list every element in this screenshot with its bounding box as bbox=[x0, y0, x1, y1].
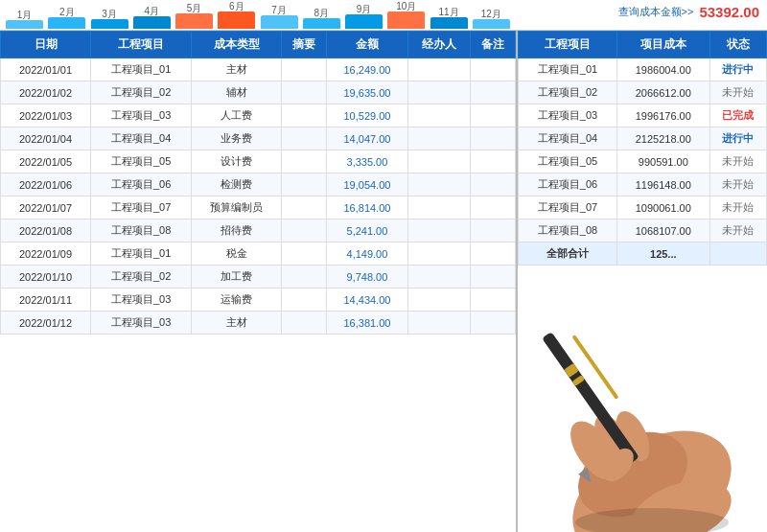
left-cell-0: 2022/01/10 bbox=[1, 266, 91, 289]
right-table-row[interactable]: 工程项目_081068107.00未开始 bbox=[519, 220, 767, 243]
left-cell-3 bbox=[282, 289, 327, 312]
right-table-row[interactable]: 工程项目_031996176.00已完成 bbox=[519, 104, 767, 127]
left-table-row[interactable]: 2022/01/07工程项目_07预算编制员16,814.00 bbox=[1, 197, 516, 220]
right-cell-cost: 1090061.00 bbox=[616, 197, 709, 220]
left-table-row[interactable]: 2022/01/09工程项目_01税金4,149.00 bbox=[1, 243, 516, 266]
left-cell-3 bbox=[282, 173, 327, 197]
left-cell-5 bbox=[407, 81, 470, 104]
left-cell-0: 2022/01/03 bbox=[1, 104, 91, 127]
left-cell-6 bbox=[470, 197, 515, 220]
month-label-8: 8月 bbox=[314, 9, 330, 18]
left-cell-2: 加工费 bbox=[192, 266, 282, 289]
left-cell-5 bbox=[407, 312, 470, 335]
left-cell-4: 16,249.00 bbox=[327, 58, 408, 81]
left-cell-0: 2022/01/12 bbox=[1, 312, 91, 335]
left-cell-5 bbox=[407, 266, 470, 289]
left-cell-2: 检测费 bbox=[192, 173, 282, 197]
right-col-project: 工程项目 bbox=[519, 32, 617, 58]
status-badge: 进行中 bbox=[709, 58, 766, 81]
month-label-1: 1月 bbox=[17, 11, 33, 20]
month-bar-col-9: 9月 bbox=[343, 2, 384, 29]
left-cell-2: 辅材 bbox=[192, 81, 282, 104]
left-cell-2: 主材 bbox=[192, 312, 282, 335]
month-bar-rect-6 bbox=[218, 12, 255, 29]
right-cell-project: 工程项目_08 bbox=[519, 220, 617, 243]
month-bar-rect-12 bbox=[473, 19, 510, 29]
left-table-row[interactable]: 2022/01/03工程项目_03人工费10,529.00 bbox=[1, 104, 516, 127]
month-bar-col-8: 8月 bbox=[301, 2, 342, 29]
right-table-row[interactable]: 工程项目_071090061.00未开始 bbox=[519, 197, 767, 220]
right-table-row[interactable]: 工程项目_011986004.00进行中 bbox=[519, 58, 767, 81]
right-table-row[interactable]: 工程项目_05990591.00未开始 bbox=[519, 150, 767, 173]
right-table-row[interactable]: 工程项目_061196148.00未开始 bbox=[519, 173, 767, 197]
left-cell-6 bbox=[470, 266, 515, 289]
right-cell-cost: 990591.00 bbox=[616, 150, 709, 173]
left-cell-2: 税金 bbox=[192, 243, 282, 266]
col-remark: 备注 bbox=[470, 32, 515, 58]
left-cell-3 bbox=[282, 243, 327, 266]
month-bar-col-4: 4月 bbox=[131, 2, 173, 29]
status-badge: 未开始 bbox=[709, 173, 766, 197]
left-cell-0: 2022/01/08 bbox=[1, 220, 91, 243]
left-cell-6 bbox=[470, 81, 515, 104]
status-badge: 未开始 bbox=[709, 220, 766, 243]
month-bar-rect-10 bbox=[387, 12, 425, 29]
right-table-row[interactable]: 工程项目_042125218.00进行中 bbox=[519, 127, 767, 150]
left-table-row[interactable]: 2022/01/12工程项目_03主材16,381.00 bbox=[1, 312, 516, 335]
left-cell-4: 19,635.00 bbox=[327, 81, 408, 104]
col-amount: 金额 bbox=[327, 32, 408, 58]
left-cell-5 bbox=[407, 289, 470, 312]
left-cell-1: 工程项目_01 bbox=[91, 58, 192, 81]
month-label-7: 7月 bbox=[271, 6, 287, 15]
right-table-wrapper: 工程项目 项目成本 状态 工程项目_011986004.00进行中工程项目_02… bbox=[518, 31, 767, 532]
left-cell-5 bbox=[407, 243, 470, 266]
left-table-row[interactable]: 2022/01/10工程项目_02加工费9,748.00 bbox=[1, 266, 516, 289]
left-cell-0: 2022/01/05 bbox=[1, 150, 91, 173]
month-bar-col-3: 3月 bbox=[89, 2, 130, 29]
right-table-row[interactable]: 工程项目_022066612.00未开始 bbox=[519, 81, 767, 104]
left-table-row[interactable]: 2022/01/11工程项目_03运输费14,434.00 bbox=[1, 289, 516, 312]
left-cell-6 bbox=[470, 127, 515, 150]
month-label-6: 6月 bbox=[229, 2, 244, 12]
left-cell-1: 工程项目_01 bbox=[91, 243, 192, 266]
status-badge: 未开始 bbox=[709, 81, 766, 104]
left-cell-1: 工程项目_07 bbox=[91, 197, 192, 220]
month-bar-col-5: 5月 bbox=[174, 2, 215, 29]
left-cell-0: 2022/01/09 bbox=[1, 243, 91, 266]
month-bar-rect-2 bbox=[48, 17, 85, 29]
right-cell-cost: 2066612.00 bbox=[616, 81, 709, 104]
left-cell-1: 工程项目_04 bbox=[91, 127, 192, 150]
left-table-row[interactable]: 2022/01/01工程项目_01主材16,249.00 bbox=[1, 58, 516, 81]
left-cell-6 bbox=[470, 289, 515, 312]
left-cell-2: 业务费 bbox=[192, 127, 282, 150]
left-cell-1: 工程项目_02 bbox=[91, 81, 192, 104]
left-table-row[interactable]: 2022/01/02工程项目_02辅材19,635.00 bbox=[1, 81, 516, 104]
left-cell-4: 3,335.00 bbox=[327, 150, 408, 173]
left-table-row[interactable]: 2022/01/04工程项目_04业务费14,047.00 bbox=[1, 127, 516, 150]
right-cell-project: 工程项目_01 bbox=[519, 58, 617, 81]
left-cell-2: 运输费 bbox=[192, 289, 282, 312]
right-table-header-row: 工程项目 项目成本 状态 bbox=[519, 32, 767, 58]
left-table-header-row: 日期 工程项目 成本类型 摘要 金额 经办人 备注 bbox=[1, 32, 516, 58]
right-cell-project: 工程项目_05 bbox=[519, 150, 617, 173]
status-badge: 进行中 bbox=[709, 127, 766, 150]
left-cell-3 bbox=[282, 150, 327, 173]
month-bar-rect-5 bbox=[175, 13, 213, 29]
left-table-row[interactable]: 2022/01/05工程项目_05设计费3,335.00 bbox=[1, 150, 516, 173]
left-cell-4: 16,814.00 bbox=[327, 197, 408, 220]
left-table-row[interactable]: 2022/01/08工程项目_08招待费5,241.00 bbox=[1, 220, 516, 243]
right-cell-cost: 1196148.00 bbox=[616, 173, 709, 197]
month-bar-rect-7 bbox=[261, 15, 298, 29]
left-cell-6 bbox=[470, 104, 515, 127]
right-cell-project: 工程项目_02 bbox=[519, 81, 617, 104]
month-bar-rect-1 bbox=[6, 20, 43, 29]
left-table-row[interactable]: 2022/01/06工程项目_06检测费19,054.00 bbox=[1, 173, 516, 197]
query-link[interactable]: 查询成本金额>> bbox=[618, 5, 694, 19]
total-cost: 125... bbox=[616, 243, 709, 266]
right-cell-cost: 1068107.00 bbox=[616, 220, 709, 243]
right-cell-cost: 1986004.00 bbox=[616, 58, 709, 81]
status-badge: 未开始 bbox=[709, 197, 766, 220]
left-cell-4: 14,047.00 bbox=[327, 127, 408, 150]
left-cell-4: 16,381.00 bbox=[327, 312, 408, 335]
left-cell-5 bbox=[407, 197, 470, 220]
